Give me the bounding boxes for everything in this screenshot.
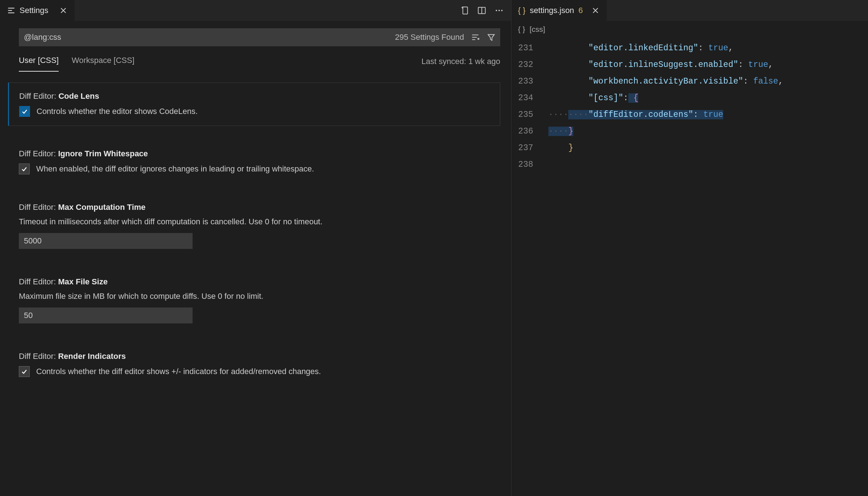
setting-title-name: Max Computation Time [58, 203, 146, 212]
close-icon[interactable] [591, 6, 600, 15]
line-number: 231 [511, 43, 540, 53]
setting-title: Diff Editor: Ignore Trim Whitespace [19, 149, 490, 158]
setting-description: When enabled, the diff editor ignores ch… [36, 164, 314, 174]
more-actions-icon[interactable] [494, 6, 504, 15]
tab-settings[interactable]: Settings [0, 0, 75, 21]
scope-tab-user[interactable]: User [CSS] [19, 51, 59, 72]
code-content: "workbench.activityBar.visible": false, [540, 77, 783, 86]
setting-title-name: Max File Size [58, 277, 108, 286]
settings-search-wrap: 295 Settings Found [19, 28, 500, 46]
code-content: ········"diffEditor.codeLens": true [540, 110, 723, 119]
svg-point-8 [498, 10, 500, 11]
settings-content: 295 Settings Found User [CSS] Workspace … [0, 21, 511, 496]
setting-title-prefix: Diff Editor: [19, 149, 58, 158]
setting-checkbox-row: Controls whether the diff editor shows +… [19, 366, 490, 377]
search-right-group: 295 Settings Found [395, 33, 496, 42]
tab-filename: settings.json [530, 6, 574, 15]
line-number: 234 [511, 93, 540, 103]
tab-bar-left: Settings [0, 0, 511, 21]
setting-description: Maximum file size in MB for which to com… [19, 292, 490, 301]
line-number: 235 [511, 110, 540, 119]
code-line[interactable]: 236····} [511, 123, 868, 140]
tab-bar-right: { } settings.json 6 [511, 0, 868, 21]
tab-settings-json[interactable]: { } settings.json 6 [511, 0, 607, 21]
code-line[interactable]: 232 "editor.inlineSuggest.enabled": true… [511, 56, 868, 73]
clear-filter-icon[interactable] [471, 33, 480, 42]
gear-icon[interactable] [0, 92, 0, 101]
settings-scope-row: User [CSS] Workspace [CSS] Last synced: … [19, 51, 500, 72]
breadcrumb[interactable]: { } [css] [511, 21, 868, 38]
setting-description: Controls whether the editor shows CodeLe… [37, 107, 198, 116]
code-content: ····} [540, 127, 573, 136]
setting-title-prefix: Diff Editor: [19, 92, 58, 101]
close-icon[interactable] [59, 6, 68, 15]
json-editor-pane: { } settings.json 6 { } [css] 231 "edito… [511, 0, 868, 496]
open-json-icon[interactable] [460, 6, 469, 15]
setting-title-name: Ignore Trim Whitespace [58, 149, 148, 158]
svg-point-9 [501, 10, 503, 11]
settings-list: Diff Editor: Code LensControls whether t… [19, 82, 500, 386]
setting-item[interactable]: Diff Editor: Render IndicatorsControls w… [8, 343, 500, 386]
line-number: 232 [511, 60, 540, 69]
code-line[interactable]: 233 "workbench.activityBar.visible": fal… [511, 73, 868, 90]
sync-status: Last synced: 1 wk ago [421, 57, 500, 66]
setting-item[interactable]: Diff Editor: Max Computation TimeTimeout… [8, 194, 500, 258]
checkbox[interactable] [19, 366, 30, 377]
setting-title-prefix: Diff Editor: [19, 203, 58, 212]
code-line[interactable]: 235········"diffEditor.codeLens": true [511, 106, 868, 123]
setting-title: Diff Editor: Render Indicators [19, 352, 490, 361]
json-braces-icon: { } [518, 25, 525, 34]
setting-number-input[interactable] [19, 308, 193, 323]
setting-item[interactable]: Diff Editor: Ignore Trim WhitespaceWhen … [8, 140, 500, 183]
setting-checkbox-row: When enabled, the diff editor ignores ch… [19, 164, 490, 174]
scope-tab-workspace[interactable]: Workspace [CSS] [72, 51, 134, 72]
tab-title: Settings [20, 6, 49, 15]
setting-description: Controls whether the diff editor shows +… [36, 367, 321, 376]
code-content: "editor.linkedEditing": true, [540, 43, 733, 53]
setting-title-name: Render Indicators [58, 352, 126, 361]
code-line[interactable]: 234 "[css]": { [511, 90, 868, 106]
setting-description: Timeout in milliseconds after which diff… [19, 217, 490, 226]
split-editor-icon[interactable] [477, 6, 486, 15]
settings-scope-tabs: User [CSS] Workspace [CSS] [19, 51, 134, 72]
setting-title: Diff Editor: Code Lens [19, 92, 490, 101]
tab-modified-indicator: 6 [578, 6, 583, 15]
svg-point-7 [496, 10, 497, 11]
checkbox[interactable] [19, 164, 30, 174]
setting-item[interactable]: Diff Editor: Code LensControls whether t… [8, 82, 500, 126]
code-content: "editor.inlineSuggest.enabled": true, [540, 60, 773, 69]
setting-checkbox-row: Controls whether the editor shows CodeLe… [19, 106, 490, 117]
code-content: } [540, 143, 573, 153]
line-number: 233 [511, 77, 540, 86]
breadcrumb-path: [css] [530, 25, 545, 34]
settings-editor-pane: Settings 295 Settings Found [0, 0, 511, 496]
checkbox[interactable] [19, 106, 30, 117]
setting-title-prefix: Diff Editor: [19, 352, 58, 361]
line-number: 237 [511, 143, 540, 153]
filter-icon[interactable] [486, 33, 496, 42]
setting-number-input[interactable] [19, 233, 193, 249]
code-line[interactable]: 237 } [511, 140, 868, 156]
line-number: 236 [511, 127, 540, 136]
setting-title: Diff Editor: Max File Size [19, 277, 490, 287]
editor-actions [460, 6, 511, 15]
setting-title-name: Code Lens [58, 92, 99, 101]
code-content: "[css]": { [540, 93, 638, 103]
line-number: 238 [511, 160, 540, 169]
code-editor[interactable]: 231 "editor.linkedEditing": true,232 "ed… [511, 38, 868, 496]
json-braces-icon: { } [518, 6, 526, 15]
code-line[interactable]: 231 "editor.linkedEditing": true, [511, 40, 868, 56]
settings-tab-icon [7, 6, 16, 15]
setting-title-prefix: Diff Editor: [19, 277, 58, 286]
setting-title: Diff Editor: Max Computation Time [19, 203, 490, 212]
code-line[interactable]: 238 [511, 156, 868, 173]
setting-item[interactable]: Diff Editor: Max File SizeMaximum file s… [8, 268, 500, 332]
settings-found-count: 295 Settings Found [395, 33, 464, 42]
